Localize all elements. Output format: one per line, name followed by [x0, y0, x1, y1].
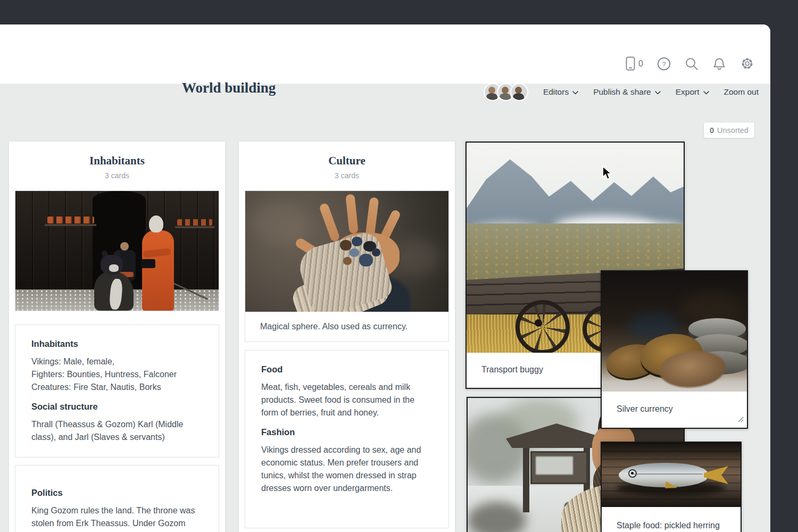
floating-card-pickled-herring[interactable]: Staple food: pickled herring	[601, 442, 742, 532]
card-paragraph: Vikings dressed according to sex, age an…	[261, 444, 433, 495]
unsorted-count: 0	[710, 126, 714, 135]
desktop-background: { "colors": { "desktop": "#2f3138", "boa…	[0, 0, 798, 532]
fish-on-wood-photo	[602, 443, 741, 507]
column-inhabitants[interactable]: Inhabitants 3 cards Inhabitants Vikin	[9, 141, 226, 532]
card-paragraph: Vikings: Male, female, Fighters: Bountie…	[31, 355, 203, 394]
card-paragraph: King Gozom rules the land. The throne wa…	[31, 504, 203, 532]
help-button[interactable]: ?	[657, 57, 671, 71]
card-paragraph: Meat, fish, vegetables, cereals and milk…	[261, 381, 433, 419]
viking-homestead-photo	[15, 191, 219, 311]
editors-menu[interactable]: Editors	[543, 87, 578, 97]
bell-icon	[712, 56, 726, 71]
help-icon: ?	[657, 57, 671, 71]
hand-with-gemstones-photo	[245, 191, 448, 312]
image-card-magical-sphere[interactable]: Magical sphere. Also used as currency.	[245, 190, 449, 342]
chevron-down-icon	[703, 87, 709, 97]
card-caption: Silver currency	[602, 392, 747, 427]
floating-card-silver-currency[interactable]: Silver currency	[601, 270, 748, 429]
card-paragraph: Thrall (Theassus & Gozom) Karl (Middle c…	[31, 418, 203, 444]
coins-macro-photo	[602, 271, 747, 392]
column-title: Culture	[239, 154, 455, 168]
column-culture[interactable]: Culture 3 cards Magical sphere. Also use…	[238, 141, 455, 532]
header-menu-row: Editors Publish & share Export Zoom out	[484, 83, 759, 101]
export-label: Export	[676, 87, 700, 97]
device-count-badge: 0	[638, 59, 643, 69]
settings-button[interactable]	[740, 56, 754, 71]
app-header	[0, 24, 770, 84]
unsorted-badge[interactable]: 0 Unsorted	[703, 122, 755, 138]
column-card-count: 3 cards	[239, 171, 455, 180]
card-heading: Politics	[31, 488, 203, 498]
card-heading: Social structure	[31, 402, 203, 412]
gear-icon	[740, 56, 754, 71]
export-menu[interactable]: Export	[676, 87, 709, 97]
publish-share-label: Publish & share	[593, 87, 651, 97]
chevron-down-icon	[572, 87, 578, 97]
editor-avatars[interactable]	[484, 83, 528, 101]
image-card[interactable]	[15, 190, 219, 311]
text-card-inhabitants[interactable]: Inhabitants Vikings: Male, female, Fight…	[15, 325, 219, 458]
avatar[interactable]	[510, 83, 528, 101]
column-card-count: 3 cards	[9, 171, 225, 180]
resize-handle-icon[interactable]	[736, 415, 744, 425]
search-button[interactable]	[685, 57, 699, 71]
card-heading: Food	[261, 364, 433, 375]
notifications-button[interactable]	[712, 56, 726, 71]
zoom-out-button[interactable]: Zoom out	[724, 87, 759, 97]
search-icon	[685, 57, 699, 71]
column-title: Inhabitants	[9, 154, 225, 168]
app-window: World building 0 ?	[0, 24, 770, 532]
unsorted-label: Unsorted	[717, 126, 749, 135]
zoom-out-label: Zoom out	[724, 87, 759, 97]
svg-text:?: ?	[662, 60, 666, 68]
image-caption: Magical sphere. Also used as currency.	[245, 312, 448, 342]
header-icon-row: 0 ?	[626, 56, 754, 71]
chevron-down-icon	[655, 87, 661, 97]
board-title[interactable]: World building	[182, 80, 276, 96]
device-icon	[626, 56, 635, 71]
text-card-food-fashion[interactable]: Food Meat, fish, vegetables, cereals and…	[245, 350, 449, 528]
card-caption: Staple food: pickled herring	[602, 507, 741, 532]
card-heading: Inhabitants	[31, 339, 203, 349]
board-canvas[interactable]: 0 Unsorted Inhabitants 3 cards	[0, 84, 770, 532]
editors-menu-label: Editors	[543, 87, 569, 97]
device-sync-button[interactable]: 0	[626, 56, 643, 71]
text-card-politics[interactable]: Politics King Gozom rules the land. The …	[15, 465, 219, 532]
card-heading: Fashion	[261, 427, 433, 437]
publish-share-menu[interactable]: Publish & share	[593, 87, 661, 97]
